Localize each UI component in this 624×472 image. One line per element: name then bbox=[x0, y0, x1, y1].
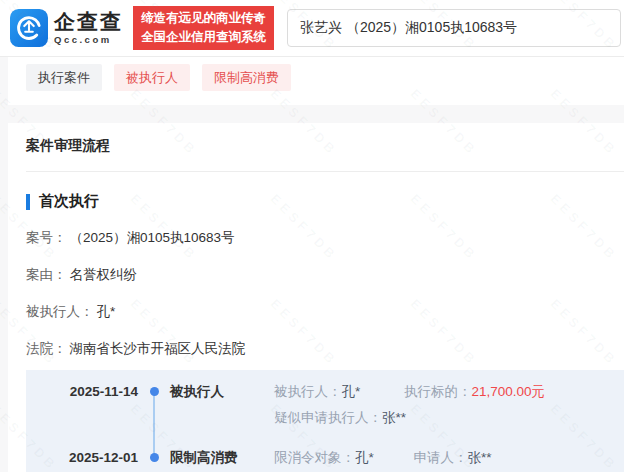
field-case-cause: 案由：名誉权纠纷 bbox=[26, 265, 624, 285]
detail-value: 张** bbox=[468, 450, 492, 465]
search-input[interactable] bbox=[287, 9, 621, 47]
timeline-row-consumption-restriction: 2025-12-01 限制高消费 限消令对象：孔* 申请人：张** bbox=[26, 448, 624, 468]
field-value: 孔* bbox=[97, 304, 116, 319]
timeline-detail-line: 疑似申请执行人：张** bbox=[274, 408, 624, 428]
brand-domain: Qcc.com bbox=[54, 35, 123, 45]
slogan-line2: 全国企业信用查询系统 bbox=[141, 28, 266, 47]
qcc-logo-text: 企查查 Qcc.com bbox=[54, 11, 123, 45]
qcc-logo-icon bbox=[10, 9, 48, 47]
field-value: （2025）湘0105执10683号 bbox=[70, 230, 235, 245]
detail-label: 限消令对象： bbox=[274, 450, 355, 465]
timeline-event: 限制高消费 bbox=[170, 448, 274, 468]
slogan-banner: 缔造有远见的商业传奇 全国企业信用查询系统 bbox=[133, 6, 274, 50]
top-header: 企查查 Qcc.com 缔造有远见的商业传奇 全国企业信用查询系统 bbox=[0, 0, 624, 57]
card-title: 案件审理流程 bbox=[26, 123, 624, 172]
detail-label: 疑似申请执行人： bbox=[274, 410, 382, 425]
timeline-date: 2025-11-14 bbox=[26, 382, 138, 402]
timeline-details: 限消令对象：孔* 申请人：张** bbox=[274, 448, 624, 468]
slogan-line1: 缔造有远见的商业传奇 bbox=[141, 9, 266, 28]
section-title: 首次执行 bbox=[39, 192, 99, 211]
detail-label: 被执行人： bbox=[274, 384, 342, 399]
field-label: 被执行人： bbox=[26, 304, 94, 319]
tab-person-executed[interactable]: 被执行人 bbox=[114, 64, 190, 91]
timeline-detail-line: 被执行人：孔* 执行标的：21,700.00元 bbox=[274, 382, 624, 402]
section-accent-bar bbox=[26, 194, 30, 210]
field-label: 法院： bbox=[26, 341, 67, 356]
field-case-number: 案号：（2025）湘0105执10683号 bbox=[26, 228, 624, 248]
field-label: 案由： bbox=[26, 267, 67, 282]
timeline-dot-col bbox=[138, 382, 170, 396]
timeline-row-executed-person: 2025-11-14 被执行人 被执行人：孔* 执行标的：21,700.00元 … bbox=[26, 382, 624, 428]
tab-bar: 执行案件 被执行人 限制高消费 bbox=[8, 57, 624, 105]
field-court: 法院：湖南省长沙市开福区人民法院 bbox=[26, 339, 624, 359]
field-value: 湖南省长沙市开福区人民法院 bbox=[70, 341, 246, 356]
tab-consumption-restriction[interactable]: 限制高消费 bbox=[202, 64, 291, 91]
execution-amount: 21,700.00元 bbox=[472, 384, 546, 399]
timeline-detail-line: 限消令对象：孔* 申请人：张** bbox=[274, 448, 624, 468]
timeline: 2025-11-14 被执行人 被执行人：孔* 执行标的：21,700.00元 … bbox=[26, 370, 624, 472]
brand-name: 企查查 bbox=[54, 11, 123, 32]
field-value: 名誉权纠纷 bbox=[70, 267, 138, 282]
detail-label: 申请人： bbox=[414, 450, 468, 465]
qcc-logo[interactable]: 企查查 Qcc.com bbox=[10, 9, 123, 47]
section-first-execution: 首次执行 bbox=[26, 192, 624, 211]
timeline-date: 2025-12-01 bbox=[26, 448, 138, 468]
field-label: 案号： bbox=[26, 230, 67, 245]
field-executed-person: 被执行人：孔* bbox=[26, 302, 624, 322]
timeline-dot-icon bbox=[150, 387, 159, 396]
detail-value: 张** bbox=[382, 410, 406, 425]
detail-value: 孔* bbox=[342, 384, 361, 399]
timeline-event: 被执行人 bbox=[170, 382, 274, 402]
detail-label: 执行标的： bbox=[404, 384, 472, 399]
timeline-dot-icon bbox=[150, 453, 159, 462]
detail-value: 孔* bbox=[355, 450, 374, 465]
timeline-details: 被执行人：孔* 执行标的：21,700.00元 疑似申请执行人：张** bbox=[274, 382, 624, 428]
tab-execution-case[interactable]: 执行案件 bbox=[26, 64, 102, 91]
case-process-card: 案件审理流程 首次执行 案号：（2025）湘0105执10683号 案由：名誉权… bbox=[8, 123, 624, 472]
timeline-dot-col bbox=[138, 448, 170, 462]
